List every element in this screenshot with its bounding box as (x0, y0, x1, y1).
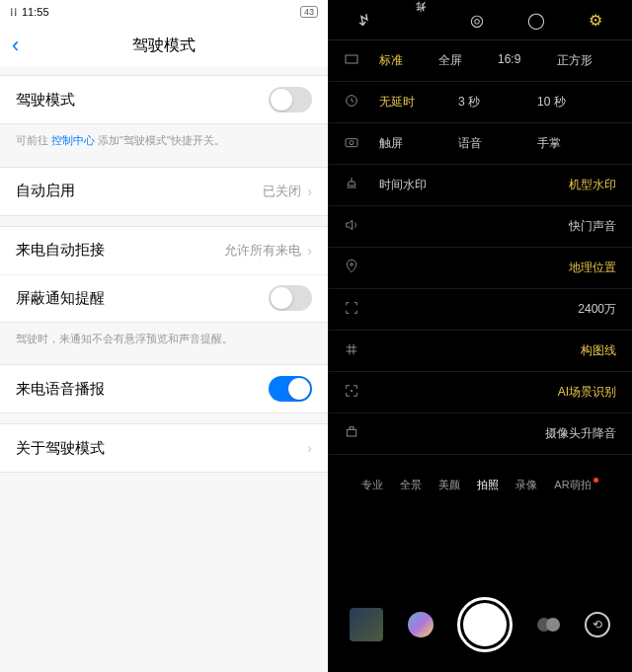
timer-opt-10s[interactable]: 10 秒 (537, 94, 616, 111)
about-label: 关于驾驶模式 (16, 439, 301, 458)
svg-rect-2 (346, 139, 357, 147)
mode-beauty[interactable]: 美颜 (438, 478, 460, 492)
switch-camera-button[interactable]: ⟲ (585, 612, 610, 637)
svg-rect-0 (346, 55, 357, 63)
mode-ar[interactable]: AR萌拍 (554, 478, 597, 492)
chevron-right-icon: › (307, 184, 312, 199)
signal-icon: ⁞⁞ (10, 6, 18, 19)
shutter-opt-voice[interactable]: 语音 (458, 135, 537, 152)
lens-button[interactable] (408, 612, 434, 637)
driving-mode-row[interactable]: 驾驶模式 (0, 76, 328, 123)
watermark-value: 机型水印 (569, 177, 616, 193)
page-title: 驾驶模式 (0, 36, 328, 56)
battery-indicator: 43 (300, 6, 318, 18)
settings-panel: ⁞⁞ 11:55 43 ‹ 驾驶模式 驾驶模式 可前往 控制中心 添加"驾驶模式… (0, 0, 328, 672)
mode-video[interactable]: 录像 (515, 478, 537, 492)
shutter-method-row[interactable]: 触屏 语音 手掌 (328, 123, 632, 165)
circle-icon[interactable]: ◯ (527, 11, 545, 30)
block-notif-hint: 驾驶时，来通知不会有悬浮预览和声音提醒。 (0, 323, 328, 355)
flash-text-icon[interactable]: 光灯 (414, 19, 428, 21)
voice-announce-row[interactable]: 来电语音播报 (0, 365, 328, 412)
shutter-opt-palm[interactable]: 手掌 (537, 135, 616, 152)
svg-rect-6 (347, 429, 356, 436)
about-row[interactable]: 关于驾驶模式 › (0, 424, 328, 472)
timer-row[interactable]: 无延时 3 秒 10 秒 (328, 82, 632, 123)
ratio-opt-square[interactable]: 正方形 (557, 52, 616, 69)
gear-icon[interactable]: ⚙ (589, 11, 602, 30)
driving-mode-label: 驾驶模式 (16, 91, 269, 110)
resolution-icon (344, 300, 363, 319)
aspect-icon (344, 51, 363, 70)
camera-bottom-bar: ⟲ (328, 597, 632, 652)
header: ‹ 驾驶模式 (0, 24, 328, 67)
svg-point-4 (351, 263, 354, 266)
mode-pano[interactable]: 全景 (400, 478, 422, 492)
sound-row[interactable]: 快门声音 (328, 206, 632, 248)
status-time: 11:55 (22, 6, 49, 18)
watermark-row[interactable]: 时间水印 机型水印 (328, 165, 632, 206)
chevron-right-icon: › (307, 440, 312, 456)
camera-icon (344, 134, 363, 153)
driving-mode-toggle[interactable] (269, 87, 312, 112)
shutter-button[interactable] (457, 597, 513, 652)
chevron-right-icon: › (307, 243, 312, 259)
resolution-value: 2400万 (578, 301, 616, 318)
ai-scene-label: AI场景识别 (558, 384, 616, 401)
shutter-opt-touch[interactable]: 触屏 (379, 135, 458, 152)
gallery-thumbnail[interactable] (350, 608, 383, 641)
flash-icon[interactable]: ↯ (357, 11, 370, 30)
aspect-ratio-row[interactable]: 标准 全屏 16:9 正方形 (328, 40, 632, 82)
auto-reject-value: 允许所有来电 (224, 242, 301, 260)
svg-rect-7 (350, 427, 354, 430)
auto-enable-row[interactable]: 自动启用 已关闭 › (0, 168, 328, 215)
voice-announce-toggle[interactable] (269, 376, 312, 402)
location-row[interactable]: 地理位置 (328, 248, 632, 289)
watermark-label: 时间水印 (379, 177, 427, 193)
aperture-icon[interactable]: ◎ (470, 11, 484, 30)
ai-scene-row[interactable]: AI场景识别 (328, 372, 632, 413)
auto-enable-value: 已关闭 (263, 183, 301, 200)
timer-opt-none[interactable]: 无延时 (379, 94, 458, 111)
camera-top-bar: ↯ 光灯 ◎ ◯ ⚙ (328, 0, 632, 39)
grid-label: 构图线 (581, 342, 616, 359)
driving-mode-hint: 可前往 控制中心 添加"驾驶模式"快捷开关。 (0, 124, 328, 157)
speaker-icon (344, 217, 363, 236)
sound-label: 快门声音 (569, 218, 616, 235)
grid-row[interactable]: 构图线 (328, 331, 632, 372)
auto-reject-row[interactable]: 来电自动拒接 允许所有来电 › (0, 227, 328, 274)
block-notif-label: 屏蔽通知提醒 (16, 289, 269, 308)
camera-panel: ↯ 光灯 ◎ ◯ ⚙ 标准 全屏 16:9 正方形 无延时 3 秒 10 秒 (328, 0, 632, 672)
status-bar: ⁞⁞ 11:55 43 (0, 0, 328, 24)
stamp-icon (344, 176, 363, 194)
mode-photo[interactable]: 拍照 (477, 478, 499, 492)
ratio-opt-full[interactable]: 全屏 (438, 52, 498, 69)
control-center-link[interactable]: 控制中心 (51, 134, 95, 146)
resolution-row[interactable]: 2400万 (328, 289, 632, 331)
motor-icon (344, 424, 363, 443)
ratio-opt-standard[interactable]: 标准 (379, 52, 438, 69)
ratio-opt-169[interactable]: 16:9 (498, 52, 557, 69)
block-notif-row[interactable]: 屏蔽通知提醒 (0, 274, 328, 322)
grid-icon (344, 341, 363, 360)
block-notif-toggle[interactable] (269, 285, 312, 311)
motor-sound-row[interactable]: 摄像头升降音 (328, 413, 632, 455)
timer-opt-3s[interactable]: 3 秒 (458, 94, 537, 111)
location-label: 地理位置 (569, 260, 616, 276)
motor-sound-label: 摄像头升降音 (545, 425, 616, 442)
mode-pro[interactable]: 专业 (361, 478, 383, 492)
camera-settings-list: 标准 全屏 16:9 正方形 无延时 3 秒 10 秒 触屏 语音 手掌 (328, 39, 632, 455)
ai-scene-icon (344, 383, 363, 402)
camera-mode-selector[interactable]: 专业 全景 美颜 拍照 录像 AR萌拍 (328, 467, 632, 502)
location-icon (344, 259, 363, 277)
timer-icon (344, 93, 363, 112)
svg-point-3 (350, 141, 354, 145)
voice-announce-label: 来电语音播报 (16, 380, 269, 399)
new-badge-dot (593, 478, 598, 483)
svg-point-5 (351, 390, 352, 391)
auto-reject-label: 来电自动拒接 (16, 241, 224, 260)
auto-enable-label: 自动启用 (16, 182, 263, 200)
filter-button[interactable] (537, 618, 560, 632)
